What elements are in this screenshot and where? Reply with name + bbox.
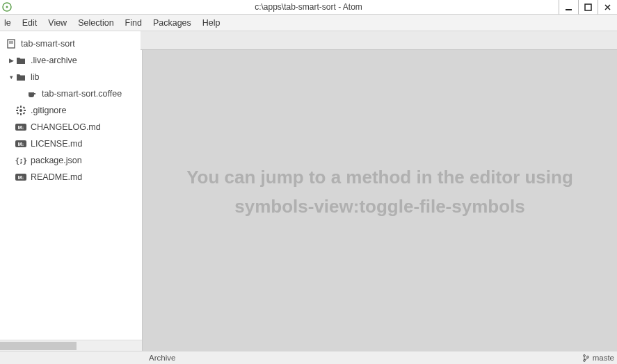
- svg-rect-8: [20, 106, 22, 108]
- tree-folder-lib[interactable]: ▾ lib: [0, 69, 142, 85]
- tree-file-gitignore[interactable]: .gitignore: [0, 102, 142, 119]
- menu-selection[interactable]: Selection: [72, 16, 119, 30]
- title-bar: c:\apps\tab-smart-sort - Atom: [0, 0, 617, 15]
- menu-file[interactable]: le: [3, 16, 17, 30]
- markdown-icon: M↓: [15, 174, 26, 181]
- tree-item-label: package.json: [31, 156, 82, 165]
- tree-item-label: README.md: [31, 172, 82, 182]
- status-bar: Archive maste: [0, 351, 617, 364]
- menu-edit[interactable]: Edit: [17, 16, 43, 30]
- menu-help[interactable]: Help: [197, 16, 226, 30]
- repo-icon: [6, 39, 17, 49]
- chevron-right-icon: ▶: [7, 57, 15, 64]
- svg-rect-15: [23, 112, 26, 115]
- scrollbar-thumb[interactable]: [0, 342, 77, 350]
- tree-folder-live-archive[interactable]: ▶ .live-archive: [0, 52, 142, 69]
- status-right: maste: [582, 354, 617, 362]
- tree-item-label: .live-archive: [31, 56, 77, 65]
- svg-rect-9: [20, 113, 22, 115]
- tree-file-changelog[interactable]: M↓ CHANGELOG.md: [0, 119, 142, 135]
- folder-icon: [15, 72, 26, 82]
- coffee-icon: [26, 89, 38, 99]
- status-archive[interactable]: Archive: [142, 354, 175, 362]
- svg-point-1: [6, 6, 8, 8]
- svg-rect-3: [585, 4, 591, 10]
- file-tree[interactable]: tab-smart-sort ▶ .live-archive ▾ lib tab…: [0, 31, 142, 340]
- svg-rect-10: [16, 110, 18, 111]
- tree-item-label: tab-smart-sort.coffee: [42, 89, 122, 99]
- svg-point-17: [583, 359, 585, 361]
- folder-icon: [15, 56, 26, 65]
- svg-rect-14: [17, 112, 19, 115]
- tree-item-label: LICENSE.md: [31, 139, 82, 149]
- menu-find[interactable]: Find: [120, 16, 147, 30]
- tree-item-label: .gitignore: [31, 106, 66, 115]
- svg-point-7: [19, 109, 22, 112]
- menu-packages[interactable]: Packages: [147, 16, 197, 30]
- menu-bar: le Edit View Selection Find Packages Hel…: [0, 15, 617, 31]
- menu-view[interactable]: View: [42, 16, 72, 30]
- markdown-icon: M↓: [15, 124, 26, 131]
- maximize-button[interactable]: [578, 0, 598, 15]
- window-controls: [559, 0, 617, 15]
- markdown-icon: M↓: [15, 140, 26, 147]
- tree-file-coffee[interactable]: tab-smart-sort.coffee: [0, 85, 142, 102]
- git-branch-label[interactable]: maste: [593, 354, 614, 362]
- tree-item-label: CHANGELOG.md: [31, 122, 101, 132]
- body-area: tab-smart-sort ▶ .live-archive ▾ lib tab…: [0, 31, 617, 351]
- svg-point-16: [583, 354, 585, 356]
- svg-rect-13: [23, 106, 26, 109]
- horizontal-scrollbar[interactable]: [0, 340, 142, 351]
- tree-file-readme[interactable]: M↓ README.md: [0, 169, 142, 185]
- tree-root-label: tab-smart-sort: [21, 39, 75, 49]
- json-icon: {;}: [15, 156, 26, 165]
- svg-rect-2: [566, 9, 572, 10]
- chevron-down-icon: ▾: [7, 74, 15, 81]
- gear-icon: [15, 106, 26, 115]
- tree-item-label: lib: [31, 72, 40, 82]
- file-tree-sidebar: tab-smart-sort ▶ .live-archive ▾ lib tab…: [0, 31, 142, 351]
- svg-rect-12: [17, 106, 19, 109]
- svg-rect-4: [8, 40, 15, 48]
- minimize-button[interactable]: [559, 0, 578, 15]
- close-button[interactable]: [598, 0, 617, 15]
- editor-hint-text: You can jump to a method in the editor u…: [143, 163, 617, 221]
- svg-point-18: [586, 356, 588, 358]
- svg-rect-11: [24, 110, 26, 111]
- git-branch-icon: [582, 354, 590, 362]
- window-title: c:\apps\tab-smart-sort - Atom: [255, 2, 362, 12]
- tree-root[interactable]: tab-smart-sort: [0, 35, 142, 52]
- editor-pane[interactable]: You can jump to a method in the editor u…: [142, 31, 617, 351]
- tree-file-package[interactable]: {;} package.json: [0, 152, 142, 169]
- tree-file-license[interactable]: M↓ LICENSE.md: [0, 135, 142, 152]
- atom-logo-icon: [1, 1, 13, 13]
